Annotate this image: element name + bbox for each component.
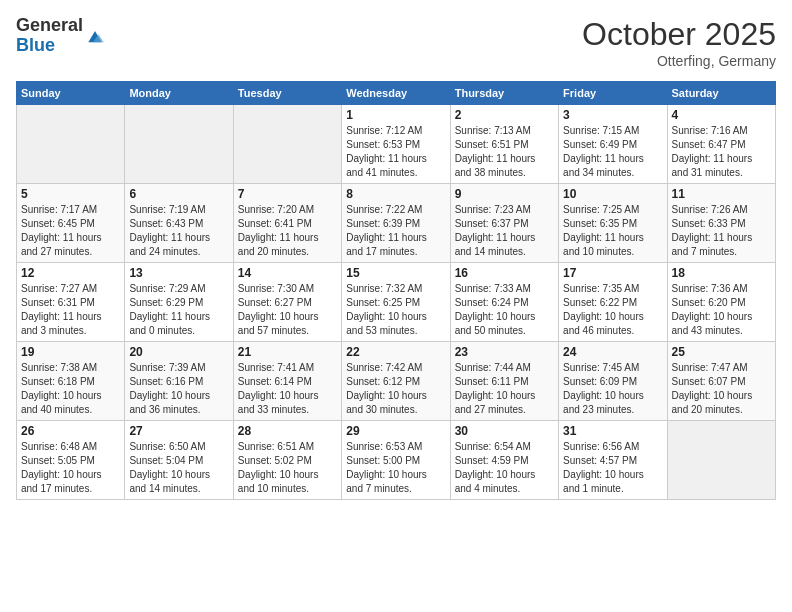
day-number: 19: [21, 345, 120, 359]
day-info: Sunrise: 7:39 AM Sunset: 6:16 PM Dayligh…: [129, 361, 228, 417]
day-info: Sunrise: 6:51 AM Sunset: 5:02 PM Dayligh…: [238, 440, 337, 496]
calendar-cell: 28Sunrise: 6:51 AM Sunset: 5:02 PM Dayli…: [233, 421, 341, 500]
calendar-cell: 20Sunrise: 7:39 AM Sunset: 6:16 PM Dayli…: [125, 342, 233, 421]
week-row-4: 19Sunrise: 7:38 AM Sunset: 6:18 PM Dayli…: [17, 342, 776, 421]
day-number: 29: [346, 424, 445, 438]
calendar-cell: [667, 421, 775, 500]
day-info: Sunrise: 7:35 AM Sunset: 6:22 PM Dayligh…: [563, 282, 662, 338]
day-number: 23: [455, 345, 554, 359]
calendar-cell: 19Sunrise: 7:38 AM Sunset: 6:18 PM Dayli…: [17, 342, 125, 421]
day-info: Sunrise: 7:29 AM Sunset: 6:29 PM Dayligh…: [129, 282, 228, 338]
day-info: Sunrise: 6:48 AM Sunset: 5:05 PM Dayligh…: [21, 440, 120, 496]
day-number: 9: [455, 187, 554, 201]
week-row-2: 5Sunrise: 7:17 AM Sunset: 6:45 PM Daylig…: [17, 184, 776, 263]
calendar-cell: 16Sunrise: 7:33 AM Sunset: 6:24 PM Dayli…: [450, 263, 558, 342]
day-number: 28: [238, 424, 337, 438]
day-number: 24: [563, 345, 662, 359]
day-info: Sunrise: 7:26 AM Sunset: 6:33 PM Dayligh…: [672, 203, 771, 259]
day-number: 26: [21, 424, 120, 438]
day-info: Sunrise: 7:16 AM Sunset: 6:47 PM Dayligh…: [672, 124, 771, 180]
day-number: 25: [672, 345, 771, 359]
calendar-cell: [125, 105, 233, 184]
calendar-cell: 21Sunrise: 7:41 AM Sunset: 6:14 PM Dayli…: [233, 342, 341, 421]
calendar-cell: 5Sunrise: 7:17 AM Sunset: 6:45 PM Daylig…: [17, 184, 125, 263]
week-row-5: 26Sunrise: 6:48 AM Sunset: 5:05 PM Dayli…: [17, 421, 776, 500]
calendar-cell: 30Sunrise: 6:54 AM Sunset: 4:59 PM Dayli…: [450, 421, 558, 500]
calendar-cell: 24Sunrise: 7:45 AM Sunset: 6:09 PM Dayli…: [559, 342, 667, 421]
calendar-cell: 14Sunrise: 7:30 AM Sunset: 6:27 PM Dayli…: [233, 263, 341, 342]
calendar-cell: 29Sunrise: 6:53 AM Sunset: 5:00 PM Dayli…: [342, 421, 450, 500]
calendar-cell: 18Sunrise: 7:36 AM Sunset: 6:20 PM Dayli…: [667, 263, 775, 342]
day-number: 21: [238, 345, 337, 359]
day-info: Sunrise: 7:42 AM Sunset: 6:12 PM Dayligh…: [346, 361, 445, 417]
day-info: Sunrise: 6:54 AM Sunset: 4:59 PM Dayligh…: [455, 440, 554, 496]
day-info: Sunrise: 7:23 AM Sunset: 6:37 PM Dayligh…: [455, 203, 554, 259]
day-number: 6: [129, 187, 228, 201]
weekday-header-thursday: Thursday: [450, 82, 558, 105]
calendar-cell: 7Sunrise: 7:20 AM Sunset: 6:41 PM Daylig…: [233, 184, 341, 263]
day-info: Sunrise: 7:27 AM Sunset: 6:31 PM Dayligh…: [21, 282, 120, 338]
calendar-cell: [233, 105, 341, 184]
day-info: Sunrise: 7:20 AM Sunset: 6:41 PM Dayligh…: [238, 203, 337, 259]
day-info: Sunrise: 6:56 AM Sunset: 4:57 PM Dayligh…: [563, 440, 662, 496]
day-info: Sunrise: 6:50 AM Sunset: 5:04 PM Dayligh…: [129, 440, 228, 496]
day-number: 17: [563, 266, 662, 280]
calendar-cell: 15Sunrise: 7:32 AM Sunset: 6:25 PM Dayli…: [342, 263, 450, 342]
day-info: Sunrise: 7:30 AM Sunset: 6:27 PM Dayligh…: [238, 282, 337, 338]
weekday-header-sunday: Sunday: [17, 82, 125, 105]
month-title: October 2025: [582, 16, 776, 53]
calendar-cell: 27Sunrise: 6:50 AM Sunset: 5:04 PM Dayli…: [125, 421, 233, 500]
day-number: 27: [129, 424, 228, 438]
day-number: 10: [563, 187, 662, 201]
calendar-cell: 23Sunrise: 7:44 AM Sunset: 6:11 PM Dayli…: [450, 342, 558, 421]
calendar-cell: 26Sunrise: 6:48 AM Sunset: 5:05 PM Dayli…: [17, 421, 125, 500]
title-area: October 2025 Otterfing, Germany: [582, 16, 776, 69]
week-row-1: 1Sunrise: 7:12 AM Sunset: 6:53 PM Daylig…: [17, 105, 776, 184]
weekday-header-wednesday: Wednesday: [342, 82, 450, 105]
calendar-cell: 6Sunrise: 7:19 AM Sunset: 6:43 PM Daylig…: [125, 184, 233, 263]
calendar-cell: 1Sunrise: 7:12 AM Sunset: 6:53 PM Daylig…: [342, 105, 450, 184]
day-number: 15: [346, 266, 445, 280]
day-number: 4: [672, 108, 771, 122]
calendar-cell: 11Sunrise: 7:26 AM Sunset: 6:33 PM Dayli…: [667, 184, 775, 263]
day-number: 31: [563, 424, 662, 438]
day-info: Sunrise: 7:32 AM Sunset: 6:25 PM Dayligh…: [346, 282, 445, 338]
calendar-cell: 12Sunrise: 7:27 AM Sunset: 6:31 PM Dayli…: [17, 263, 125, 342]
day-number: 7: [238, 187, 337, 201]
day-info: Sunrise: 7:13 AM Sunset: 6:51 PM Dayligh…: [455, 124, 554, 180]
calendar-cell: 17Sunrise: 7:35 AM Sunset: 6:22 PM Dayli…: [559, 263, 667, 342]
day-number: 3: [563, 108, 662, 122]
calendar-cell: [17, 105, 125, 184]
day-number: 8: [346, 187, 445, 201]
day-number: 18: [672, 266, 771, 280]
day-info: Sunrise: 7:22 AM Sunset: 6:39 PM Dayligh…: [346, 203, 445, 259]
weekday-header-saturday: Saturday: [667, 82, 775, 105]
logo-icon: [85, 26, 105, 46]
day-info: Sunrise: 7:41 AM Sunset: 6:14 PM Dayligh…: [238, 361, 337, 417]
week-row-3: 12Sunrise: 7:27 AM Sunset: 6:31 PM Dayli…: [17, 263, 776, 342]
calendar-cell: 2Sunrise: 7:13 AM Sunset: 6:51 PM Daylig…: [450, 105, 558, 184]
calendar-cell: 13Sunrise: 7:29 AM Sunset: 6:29 PM Dayli…: [125, 263, 233, 342]
day-number: 20: [129, 345, 228, 359]
weekday-header-row: SundayMondayTuesdayWednesdayThursdayFrid…: [17, 82, 776, 105]
day-number: 11: [672, 187, 771, 201]
day-info: Sunrise: 7:44 AM Sunset: 6:11 PM Dayligh…: [455, 361, 554, 417]
day-number: 12: [21, 266, 120, 280]
calendar-cell: 8Sunrise: 7:22 AM Sunset: 6:39 PM Daylig…: [342, 184, 450, 263]
day-number: 5: [21, 187, 120, 201]
day-info: Sunrise: 7:19 AM Sunset: 6:43 PM Dayligh…: [129, 203, 228, 259]
logo: General Blue: [16, 16, 105, 56]
day-info: Sunrise: 6:53 AM Sunset: 5:00 PM Dayligh…: [346, 440, 445, 496]
day-info: Sunrise: 7:12 AM Sunset: 6:53 PM Dayligh…: [346, 124, 445, 180]
weekday-header-monday: Monday: [125, 82, 233, 105]
day-number: 30: [455, 424, 554, 438]
calendar-cell: 31Sunrise: 6:56 AM Sunset: 4:57 PM Dayli…: [559, 421, 667, 500]
day-number: 1: [346, 108, 445, 122]
weekday-header-tuesday: Tuesday: [233, 82, 341, 105]
logo-general-text: General: [16, 15, 83, 35]
day-info: Sunrise: 7:33 AM Sunset: 6:24 PM Dayligh…: [455, 282, 554, 338]
weekday-header-friday: Friday: [559, 82, 667, 105]
day-number: 13: [129, 266, 228, 280]
day-number: 22: [346, 345, 445, 359]
calendar: SundayMondayTuesdayWednesdayThursdayFrid…: [16, 81, 776, 500]
